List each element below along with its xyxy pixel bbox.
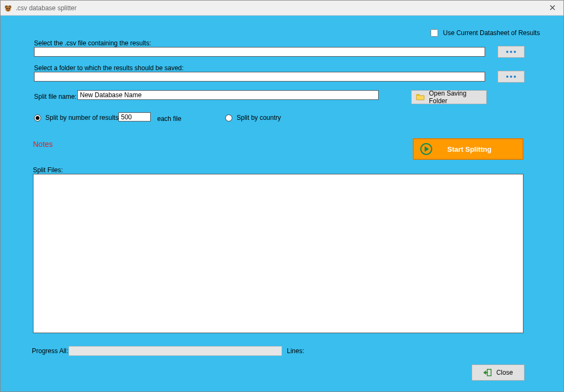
svg-rect-6 (487, 369, 491, 376)
app-icon (4, 4, 12, 12)
split-files-label: Split Files: (33, 166, 63, 174)
client-area: Use Current Datasheet of Results Select … (1, 16, 563, 391)
use-current-datasheet-label: Use Current Datasheet of Results (443, 29, 540, 37)
each-file-label: each file (157, 115, 182, 123)
start-splitting-label: Start Splittng (447, 145, 492, 153)
titlebar: .csv database splitter ✕ (1, 1, 563, 16)
split-by-number-label: Split by number of results (45, 114, 118, 121)
svg-point-2 (5, 6, 11, 11)
use-current-datasheet-checkbox[interactable] (431, 29, 438, 37)
window-close-button[interactable]: ✕ (545, 3, 560, 13)
window-title: .csv database splitter (16, 4, 77, 12)
close-button[interactable]: Close (472, 364, 525, 381)
play-icon (420, 143, 432, 155)
open-saving-folder-button[interactable]: Open Saving Folder (411, 90, 487, 104)
svg-point-3 (6, 8, 8, 9)
split-file-name-label: Split file name: (34, 93, 77, 100)
select-folder-label: Select a folder to which the results sho… (34, 64, 184, 72)
svg-point-4 (9, 8, 10, 9)
progress-all-label: Progress All: (32, 347, 68, 355)
browse-csv-button[interactable] (498, 46, 525, 58)
folder-icon (416, 93, 425, 102)
notes-label: Notes (33, 140, 53, 148)
browse-folder-button[interactable] (498, 71, 525, 83)
exit-icon (484, 368, 492, 377)
split-by-number-radio-row[interactable]: Split by number of results (34, 114, 118, 121)
start-splitting-button[interactable]: Start Splittng (413, 138, 523, 160)
use-current-datasheet-row[interactable]: Use Current Datasheet of Results (428, 28, 540, 38)
split-file-name-input[interactable] (77, 90, 379, 100)
lines-label: Lines: (287, 347, 304, 355)
svg-point-5 (8, 10, 9, 11)
split-files-listbox[interactable] (33, 174, 523, 333)
select-csv-label: Select the .csv file containing the resu… (34, 39, 151, 47)
split-by-country-radio-row[interactable]: Split by country (225, 114, 281, 121)
split-count-input[interactable] (118, 112, 151, 121)
open-saving-folder-label: Open Saving Folder (429, 90, 482, 105)
progress-bar (69, 346, 282, 356)
split-by-country-radio[interactable] (225, 114, 232, 121)
split-by-country-label: Split by country (237, 114, 281, 121)
split-by-number-radio[interactable] (34, 114, 41, 121)
close-button-label: Close (496, 369, 513, 376)
select-csv-input[interactable] (34, 47, 485, 57)
select-folder-input[interactable] (34, 72, 485, 82)
